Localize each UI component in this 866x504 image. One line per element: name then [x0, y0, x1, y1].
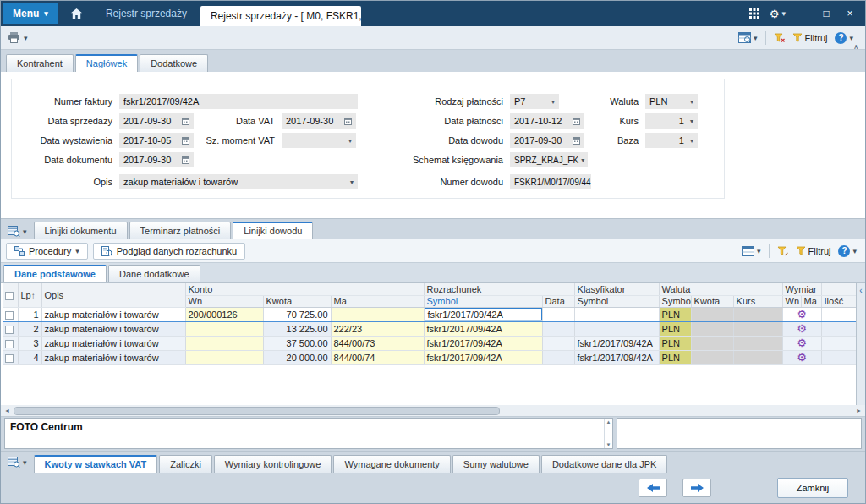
next-record-button[interactable]: [682, 479, 711, 497]
col-waluta-symbol[interactable]: Symbol: [659, 295, 691, 307]
scroll-left-button[interactable]: ◄: [1, 408, 14, 414]
col-opis[interactable]: Opis: [41, 283, 185, 307]
col-waluta-kurs[interactable]: Kurs: [733, 295, 782, 307]
cell-konto-wn[interactable]: [185, 321, 263, 336]
col-wymiar-wn[interactable]: Wn: [782, 295, 801, 307]
numer-faktury-input[interactable]: fskr1/2017/09/42A: [119, 94, 358, 109]
cell-kwota[interactable]: 20 000.00: [263, 350, 331, 364]
cell-klasyfikator[interactable]: fskr1/2017/09/42A: [574, 336, 659, 350]
tab-terminarz-platnosci[interactable]: Terminarz płatności: [129, 222, 232, 239]
data-vat-input[interactable]: 2017-09-30: [282, 113, 356, 129]
baza-input[interactable]: 1▾: [645, 133, 698, 148]
opis-select[interactable]: zakup materiałów i towarów▾: [119, 174, 358, 189]
collapse-side-panel-toggle[interactable]: ‹: [856, 283, 865, 405]
cell-rozrachunek-data[interactable]: [542, 336, 574, 350]
help-button[interactable]: ? ▾: [835, 32, 853, 44]
wymiar-gear-icon[interactable]: ⚙: [786, 322, 819, 335]
col-klasyfikator-symbol[interactable]: Symbol: [574, 295, 659, 307]
tab-kontrahent[interactable]: Kontrahent: [6, 54, 74, 72]
grid-view-selector[interactable]: ▾: [742, 246, 761, 256]
calendar-icon[interactable]: [573, 118, 580, 125]
wymiar-gear-icon[interactable]: ⚙: [786, 308, 819, 320]
apps-grid-icon[interactable]: [749, 8, 759, 19]
collapse-ribbon-toggle[interactable]: ∧: [853, 43, 858, 51]
cell-waluta[interactable]: PLN: [659, 350, 691, 364]
colgroup-waluta[interactable]: Waluta: [659, 283, 782, 295]
col-rozrachunek-data[interactable]: Data: [542, 295, 574, 307]
row-checkbox[interactable]: [5, 340, 14, 348]
tab-wymiary-kontrolingowe[interactable]: Wymiary kontrolingowe: [214, 455, 332, 473]
cell-kwota[interactable]: 37 500.00: [263, 336, 331, 350]
scrollbar-track[interactable]: [14, 406, 852, 416]
col-ilosc[interactable]: Ilość: [821, 295, 857, 307]
col-konto-wn[interactable]: Wn: [185, 295, 263, 307]
cell-kwota[interactable]: 70 725.00: [263, 307, 331, 321]
kurs-input[interactable]: 1▾: [645, 113, 698, 129]
cell-konto-ma[interactable]: [331, 307, 424, 321]
table-row[interactable]: 3 zakup materiałów i towarów 37 500.00 8…: [3, 336, 857, 350]
cell-klasyfikator[interactable]: fskr1/2017/09/42A: [574, 350, 659, 364]
data-dowodu-input[interactable]: 2017-09-30: [510, 133, 584, 148]
clear-filter-icon[interactable]: [774, 33, 785, 43]
background-tab[interactable]: Rejestr sprzedaży: [92, 8, 200, 19]
wymiar-gear-icon[interactable]: ⚙: [786, 351, 819, 364]
table-row[interactable]: 4 zakup materiałów i towarów 20 000.00 8…: [3, 350, 857, 364]
cell-rozrachunek-data[interactable]: [542, 350, 574, 364]
colgroup-wymiar[interactable]: Wymiar: [782, 283, 821, 295]
data-platnosci-input[interactable]: 2017-10-12: [510, 113, 584, 129]
col-kwota[interactable]: Kwota: [263, 295, 331, 307]
cell-waluta[interactable]: PLN: [659, 336, 691, 350]
tab-sumy-walutowe[interactable]: Sumy walutowe: [452, 455, 540, 473]
grid-organizer-button[interactable]: ▾: [8, 226, 27, 237]
home-button[interactable]: [71, 8, 82, 19]
mini-scrollbar[interactable]: ▲ ▼: [604, 419, 612, 448]
cell-konto-ma[interactable]: 844/00/74: [331, 350, 424, 364]
tab-dane-dodatkowe[interactable]: Dane dodatkowe: [108, 265, 200, 282]
cell-konto-ma[interactable]: 222/23: [331, 321, 424, 336]
cell-klasyfikator[interactable]: [574, 321, 659, 336]
col-wymiar-ma[interactable]: Ma: [801, 295, 821, 307]
table-row[interactable]: 2 zakup materiałów i towarów 13 225.00 2…: [3, 321, 857, 336]
rodzaj-platnosci-select[interactable]: P7▾: [510, 94, 559, 109]
tab-wymagane-dokumenty[interactable]: Wymagane dokumenty: [333, 455, 450, 473]
podglad-rozrachunku-button[interactable]: Podgląd danych rozrachunku: [93, 243, 245, 260]
colgroup-konto[interactable]: Konto: [185, 283, 424, 295]
procedury-button[interactable]: Procedury ▾: [6, 243, 88, 260]
cell-klasyfikator[interactable]: [574, 307, 659, 321]
view-selector[interactable]: ▾: [738, 32, 758, 43]
cell-konto-wn[interactable]: 200/000126: [185, 307, 263, 321]
tab-naglowek[interactable]: Nagłówek: [75, 54, 138, 72]
cell-konto-wn[interactable]: [185, 350, 263, 364]
rozrachunek-editor[interactable]: fskr1/2017/09/42A: [425, 308, 542, 320]
waluta-select[interactable]: PLN▾: [645, 94, 698, 109]
tab-linijki-dokumentu[interactable]: Linijki dokumentu: [34, 222, 128, 239]
maximize-button[interactable]: □: [819, 8, 833, 19]
cell-waluta[interactable]: PLN: [659, 321, 691, 336]
scrollbar-thumb[interactable]: [14, 407, 500, 415]
tab-dodatkowe-dane-jpk[interactable]: Dodatkowe dane dla JPK: [541, 455, 668, 473]
calendar-icon[interactable]: [182, 156, 189, 164]
colgroup-rozrachunek[interactable]: Rozrachunek: [424, 283, 574, 295]
col-konto-ma[interactable]: Ma: [331, 295, 424, 307]
horizontal-scrollbar[interactable]: ◄ ►: [1, 405, 865, 417]
cell-rozrachunek[interactable]: fskr1/2017/09/42A: [424, 321, 542, 336]
active-window-tab[interactable]: Rejestr sprzedaży - [ M0, FSKR1, 44: [200, 6, 361, 26]
sz-moment-vat-select[interactable]: ▾: [282, 133, 356, 148]
scroll-right-button[interactable]: ►: [852, 408, 865, 414]
calendar-icon[interactable]: [573, 137, 580, 145]
col-waluta-kwota[interactable]: Kwota: [691, 295, 733, 307]
cell-konto-wn[interactable]: [185, 336, 263, 350]
table-row[interactable]: 1 zakup materiałów i towarów 200/000126 …: [3, 307, 857, 321]
data-dokumentu-input[interactable]: 2017-09-30: [119, 152, 194, 167]
cell-waluta[interactable]: PLN: [659, 307, 691, 321]
wymiar-gear-icon[interactable]: ⚙: [786, 337, 819, 349]
bottom-organizer-button[interactable]: ▾: [8, 457, 27, 468]
tab-dodatkowe[interactable]: Dodatkowe: [140, 54, 208, 72]
tab-zaliczki[interactable]: Zaliczki: [159, 455, 212, 473]
col-lp[interactable]: Lp↑: [18, 283, 41, 307]
tab-kwoty-w-stawkach-vat[interactable]: Kwoty w stawkach VAT: [34, 455, 158, 473]
cell-konto-ma[interactable]: 844/00/73: [331, 336, 424, 350]
row-checkbox[interactable]: [5, 354, 14, 363]
minimize-button[interactable]: ─: [796, 8, 809, 19]
grid-help-button[interactable]: ? ▾: [838, 245, 857, 257]
